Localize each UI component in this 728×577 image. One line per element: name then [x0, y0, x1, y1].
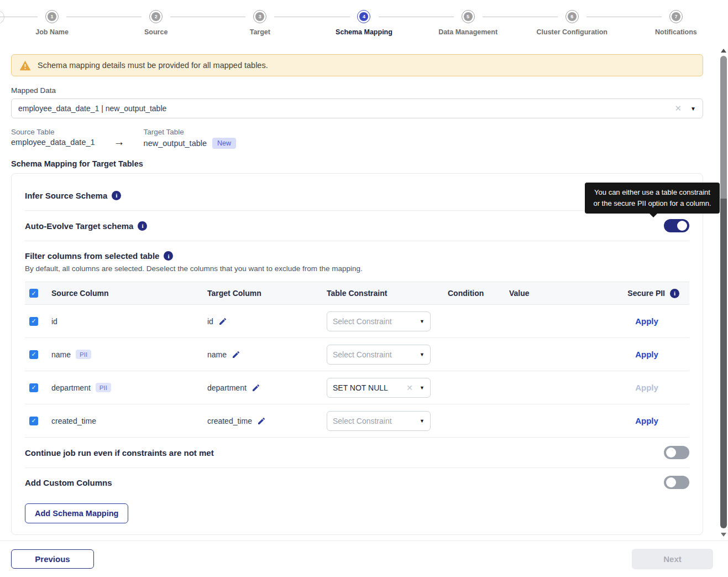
table-row: ✓ id id Select Constraint ▼ Apply — [25, 305, 689, 338]
auto-evolve-toggle[interactable] — [664, 219, 689, 232]
constraint-select[interactable]: SET NOT NULL ✕ ▼ — [327, 378, 431, 398]
select-all-checkbox[interactable]: ✓ — [29, 289, 38, 298]
custom-columns-row: Add Custom Columns — [25, 468, 689, 497]
row-checkbox[interactable]: ✓ — [29, 417, 38, 425]
step-number: 3 — [255, 12, 264, 21]
pii-badge: PII — [76, 350, 91, 359]
row-checkbox[interactable]: ✓ — [29, 383, 38, 392]
continue-job-toggle[interactable] — [664, 446, 689, 459]
chevron-down-icon: ▼ — [420, 385, 425, 391]
toggle-knob — [666, 477, 676, 487]
row-checkbox[interactable]: ✓ — [29, 350, 38, 359]
table-flow: Source Table employee_data_date_1 → Targ… — [11, 128, 703, 149]
custom-columns-toggle[interactable] — [664, 476, 689, 489]
next-button[interactable]: Next — [632, 549, 713, 569]
step-data-management[interactable]: 5 Data Management — [416, 10, 520, 36]
step-label: Source — [144, 28, 167, 36]
edit-icon[interactable] — [232, 350, 240, 359]
source-column-cell: department — [51, 383, 91, 392]
filter-columns-label: Filter columns from selected table — [25, 251, 159, 261]
step-circle: 2 — [149, 10, 163, 23]
step-label: Cluster Configuration — [537, 28, 607, 36]
source-column-cell: name — [51, 350, 71, 359]
edit-icon[interactable] — [257, 417, 266, 425]
warning-text: Schema mapping details must be provided … — [38, 61, 268, 70]
step-label: Notifications — [655, 28, 697, 36]
row-checkbox[interactable]: ✓ — [29, 317, 38, 326]
target-column-cell: department — [207, 383, 247, 392]
header-value: Value — [499, 289, 582, 298]
step-cluster-configuration[interactable]: 6 Cluster Configuration — [520, 10, 624, 36]
step-circle: 1 — [45, 10, 59, 23]
source-table-label: Source Table — [11, 128, 95, 136]
clear-constraint-icon[interactable]: ✕ — [406, 383, 413, 392]
chevron-down-icon: ▼ — [420, 418, 425, 424]
header-condition: Condition — [438, 289, 499, 298]
scrollbar-track[interactable] — [720, 199, 727, 528]
step-number: 1 — [48, 12, 56, 21]
step-source[interactable]: 2 Source — [104, 10, 208, 36]
continue-job-row: Continue job run even if constraints are… — [25, 438, 689, 468]
apply-secure-pii-link[interactable]: Apply — [635, 316, 658, 326]
chevron-down-icon[interactable]: ▼ — [690, 106, 696, 112]
step-number: 6 — [568, 12, 577, 21]
scroll-up-arrow-icon[interactable] — [721, 49, 726, 53]
scrollbar-thumb[interactable] — [720, 56, 727, 199]
pii-badge: PII — [96, 383, 111, 392]
previous-button[interactable]: Previous — [11, 549, 94, 569]
apply-secure-pii-link[interactable]: Apply — [635, 416, 658, 425]
table-header-row: ✓ Source Column Target Column Table Cons… — [25, 282, 689, 305]
constraint-select[interactable]: Select Constraint ▼ — [327, 411, 431, 431]
apply-secure-pii-link[interactable]: Apply — [635, 350, 658, 359]
scroll-down-arrow-icon[interactable] — [721, 533, 726, 537]
step-target[interactable]: 3 Target — [208, 10, 312, 36]
step-schema-mapping[interactable]: 4 Schema Mapping — [312, 10, 416, 36]
target-column-cell: id — [207, 317, 213, 326]
constraint-placeholder: Select Constraint — [333, 350, 420, 359]
step-label: Job Name — [35, 28, 69, 36]
mapped-data-select[interactable]: employee_data_date_1 | new_output_table … — [11, 98, 703, 118]
infer-source-schema-label: Infer Source Schema — [25, 191, 107, 200]
step-circle: 6 — [565, 10, 579, 23]
table-row: ✓ name PII name Select Constraint ▼ — [25, 338, 689, 371]
info-icon[interactable]: i — [112, 191, 121, 200]
apply-secure-pii-link[interactable]: Apply — [635, 383, 658, 392]
step-circle: 4 — [357, 10, 370, 23]
auto-evolve-label: Auto-Evolve Target schema — [25, 221, 133, 231]
toggle-knob — [666, 448, 676, 458]
filter-columns-block: Filter columns from selected table i By … — [25, 251, 689, 273]
header-table-constraint: Table Constraint — [322, 289, 438, 298]
step-circle: 3 — [253, 10, 266, 23]
clear-icon[interactable]: ✕ — [675, 103, 682, 113]
step-notifications[interactable]: 7 Notifications — [624, 10, 728, 36]
step-label: Schema Mapping — [336, 28, 392, 36]
warning-icon — [19, 60, 31, 71]
edit-icon[interactable] — [252, 383, 260, 392]
info-icon[interactable]: i — [164, 251, 173, 261]
toggle-knob — [677, 221, 687, 231]
constraint-select[interactable]: Select Constraint ▼ — [327, 311, 431, 331]
target-column-cell: created_time — [207, 417, 252, 425]
step-circle: 7 — [669, 10, 683, 23]
target-table-name: new_output_table — [144, 139, 207, 148]
info-icon[interactable]: i — [138, 221, 147, 231]
step-job-name[interactable]: 1 Job Name — [0, 10, 104, 36]
mapped-data-label: Mapped Data — [11, 86, 703, 95]
new-badge: New — [212, 138, 236, 149]
main-content: Schema mapping details must be provided … — [11, 54, 703, 535]
table-row: ✓ created_time created_time Select Const… — [25, 404, 689, 438]
add-schema-mapping-button[interactable]: Add Schema Mapping — [25, 503, 128, 523]
step-number: 4 — [359, 12, 368, 21]
step-label: Target — [250, 28, 270, 36]
schema-mapping-page: 1 Job Name 2 Source 3 Target 4 Schema Ma… — [0, 0, 728, 577]
constraint-select[interactable]: Select Constraint ▼ — [327, 345, 431, 365]
info-icon[interactable]: i — [670, 289, 679, 298]
source-column-cell: id — [47, 317, 203, 326]
secure-pii-tooltip: You can either use a table constraint or… — [585, 183, 720, 214]
header-target-column: Target Column — [203, 289, 322, 298]
constraint-placeholder: Select Constraint — [333, 317, 420, 326]
continue-job-label: Continue job run even if constraints are… — [25, 448, 214, 458]
source-table-name: employee_data_date_1 — [11, 138, 95, 147]
source-column-cell: created_time — [47, 417, 203, 425]
edit-icon[interactable] — [218, 317, 227, 326]
